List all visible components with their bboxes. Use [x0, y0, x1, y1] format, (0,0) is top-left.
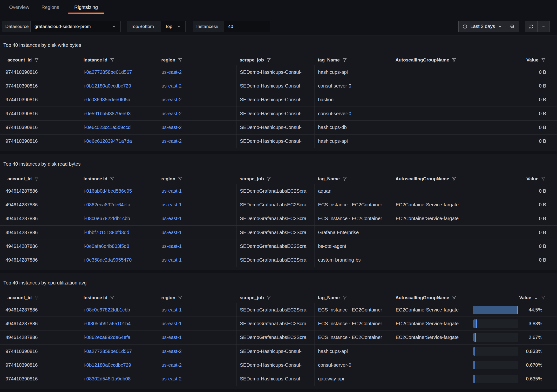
column-header-scrape_job[interactable]: scrape_job [236, 55, 314, 65]
instance-id-link[interactable]: i-08c0e67822fdb1cbb [84, 216, 130, 221]
region-link[interactable]: us-east-2 [162, 111, 181, 116]
filter-funnel-icon[interactable] [452, 295, 457, 300]
filter-funnel-icon[interactable] [110, 295, 115, 300]
filter-funnel-icon[interactable] [541, 176, 546, 181]
filter-funnel-icon[interactable] [266, 57, 271, 62]
region-link[interactable]: us-east-1 [162, 188, 181, 194]
column-header-label: tag_Name [318, 176, 340, 181]
filter-funnel-icon[interactable] [342, 176, 347, 181]
column-header-scrape_job[interactable]: scrape_job [236, 293, 314, 303]
region-link[interactable]: us-east-1 [162, 257, 181, 263]
region-link[interactable]: us-east-2 [162, 97, 181, 102]
instance-id-link[interactable]: i-0a2772858be01d567 [84, 349, 132, 354]
instances-input[interactable] [228, 24, 266, 29]
filter-funnel-icon[interactable] [178, 57, 183, 62]
column-header-tag_name[interactable]: tag_Name [314, 174, 392, 184]
column-header-instance_id[interactable]: Instance id [80, 55, 158, 65]
cell-scrape-job: SEDemoGrafanaLabsEC2Scra [236, 303, 314, 317]
column-header-value[interactable]: Value [470, 174, 557, 184]
instance-id-link[interactable]: i-0862eca892de64efa [84, 335, 131, 340]
column-header-label: tag_Name [318, 295, 340, 300]
filter-funnel-icon[interactable] [266, 295, 271, 300]
cell-region: us-east-1 [158, 253, 236, 267]
region-link[interactable]: us-east-1 [162, 216, 181, 221]
column-header-region[interactable]: region [158, 293, 236, 303]
instance-id-link[interactable]: i-016ab0d4bed586e95 [84, 188, 132, 194]
column-header-instance_id[interactable]: Instance id [80, 174, 158, 184]
zoom-out-button[interactable] [506, 21, 519, 32]
region-link[interactable]: us-east-2 [162, 125, 181, 130]
column-header-tag_name[interactable]: tag_Name [314, 55, 392, 65]
region-link[interactable]: us-east-1 [162, 321, 181, 327]
region-link[interactable]: us-east-1 [162, 335, 181, 340]
filter-funnel-icon[interactable] [452, 57, 457, 62]
region-link[interactable]: us-east-2 [162, 376, 181, 382]
column-header-instance_id[interactable]: Instance id [80, 293, 158, 303]
filter-funnel-icon[interactable] [110, 176, 115, 181]
filter-funnel-icon[interactable] [342, 295, 347, 300]
column-header-asg[interactable]: AutoscallingGroupName [392, 55, 470, 65]
column-header-account_id[interactable]: account_id [0, 55, 80, 65]
region-link[interactable]: us-east-2 [162, 83, 181, 89]
instance-id-link[interactable]: i-0f805bb91a65101b4 [84, 321, 131, 327]
filter-funnel-icon[interactable] [541, 295, 546, 300]
region-link[interactable]: us-east-1 [162, 307, 181, 313]
instance-id-link[interactable]: i-0e6c023cc1a5d9ccd [84, 125, 131, 130]
instance-id-link[interactable]: i-0e591bb5f3879ee93 [84, 111, 131, 116]
instance-id-link[interactable]: i-0b12180a0ccdbc729 [84, 83, 131, 89]
region-link[interactable]: us-east-2 [162, 362, 181, 368]
column-header-value[interactable]: Value [470, 293, 557, 303]
column-header-asg[interactable]: AutoscallingGroupName [392, 293, 470, 303]
column-header-asg[interactable]: AutoscallingGroupName [392, 174, 470, 184]
filter-funnel-icon[interactable] [34, 176, 39, 181]
instance-id-link[interactable]: i-0e358dc2da9955470 [84, 257, 132, 263]
column-header-account_id[interactable]: account_id [0, 293, 80, 303]
instance-id-link[interactable]: i-0c036985edee0f05a [84, 97, 131, 102]
instance-id-link[interactable]: i-0862eca892de64efa [84, 202, 131, 208]
column-header-scrape_job[interactable]: scrape_job [236, 174, 314, 184]
column-header-label: Instance id [83, 295, 107, 300]
instance-id-link[interactable]: i-0b12180a0ccdbc729 [84, 362, 131, 368]
tab-overview[interactable]: Overview [3, 0, 35, 15]
table-row: 974410390816i-0a2772858be01d567us-east-2… [0, 344, 557, 358]
refresh-button[interactable] [525, 21, 537, 32]
filter-funnel-icon[interactable] [178, 176, 183, 181]
instance-id-link[interactable]: i-0e6e612839471a7da [84, 138, 132, 144]
filter-funnel-icon[interactable] [178, 295, 183, 300]
filter-funnel-icon[interactable] [266, 176, 271, 181]
region-link[interactable]: us-east-2 [162, 138, 181, 144]
region-link[interactable]: us-east-2 [162, 349, 181, 354]
time-range-picker[interactable]: Last 2 days [459, 21, 506, 32]
instance-id-link[interactable]: i-0a2772858be01d567 [84, 69, 132, 75]
topbottom-select[interactable]: Top [161, 21, 186, 32]
filter-funnel-icon[interactable] [34, 295, 39, 300]
filter-funnel-icon[interactable] [452, 176, 457, 181]
sort-descending-icon[interactable] [534, 295, 538, 300]
filter-funnel-icon[interactable] [110, 57, 115, 62]
column-header-account_id[interactable]: account_id [0, 174, 80, 184]
region-link[interactable]: us-east-1 [162, 244, 181, 249]
filter-funnel-icon[interactable] [342, 57, 347, 62]
instance-id-link[interactable]: i-0bbf7015188bfd8dd [84, 230, 129, 235]
refresh-interval-dropdown[interactable] [537, 21, 549, 32]
tab-regions[interactable]: Regions [35, 0, 65, 15]
column-header-region[interactable]: region [158, 174, 236, 184]
region-link[interactable]: us-east-2 [162, 69, 181, 75]
column-header-region[interactable]: region [158, 55, 236, 65]
filter-funnel-icon[interactable] [541, 57, 546, 62]
instance-id-link[interactable]: i-08302d548f1a9db08 [84, 376, 131, 382]
region-link[interactable]: us-east-1 [162, 202, 181, 208]
datasource-select[interactable]: grafanacloud-sedemo-prom [30, 21, 121, 32]
region-link[interactable]: us-east-1 [162, 230, 181, 235]
instance-id-link[interactable]: i-0e0afa6d4b803f5d8 [84, 244, 129, 249]
datasource-selected-value: grafanacloud-sedemo-prom [34, 24, 91, 29]
instance-id-link[interactable]: i-08c0e67822fdb1cbb [84, 307, 130, 313]
column-header-value[interactable]: Value [470, 55, 557, 65]
tab-rightsizing[interactable]: Rightsizing [68, 0, 104, 15]
tab-label: Overview [9, 5, 29, 10]
filter-funnel-icon[interactable] [34, 57, 39, 62]
table-row: 974410390816i-0a2772858be01d567us-east-2… [0, 65, 557, 79]
table-row: 974410390816i-0e6c023cc1a5d9ccdus-east-2… [0, 121, 557, 134]
cell-scrape-job: SEDemo-Hashicups-Consul- [236, 135, 314, 148]
column-header-tag_name[interactable]: tag_Name [314, 293, 392, 303]
